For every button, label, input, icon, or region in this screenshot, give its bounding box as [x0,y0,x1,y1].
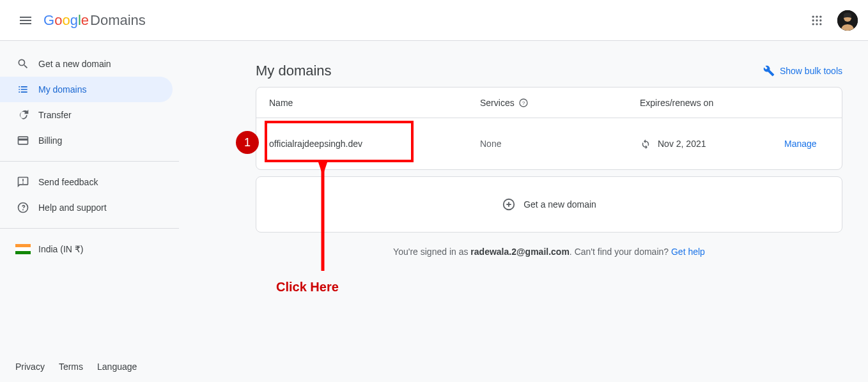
annotation-highlight-rect [265,121,414,162]
avatar-image [837,10,858,31]
manage-link[interactable]: Manage [784,139,829,149]
bulk-tools-button[interactable]: Show bulk tools [763,65,842,77]
signed-in-email: radewala.2@gmail.com [470,247,570,257]
google-apps-button[interactable] [804,8,830,33]
svg-point-3 [812,19,814,21]
sidebar-item-help[interactable]: Help and support [0,195,179,220]
footer-privacy-link[interactable]: Privacy [15,362,45,372]
wrench-icon [763,65,775,77]
sidebar-item-feedback[interactable]: Send feedback [0,169,179,195]
help-icon [15,200,31,215]
sidebar-item-my-domains[interactable]: My domains [0,77,173,102]
logo-google-text: Google [43,12,89,29]
svg-point-6 [812,23,814,25]
transfer-icon [15,107,31,123]
column-header-name: Name [269,98,480,108]
menu-button[interactable] [10,5,41,36]
column-header-expires: Expires/renews on [640,98,784,108]
plus-circle-icon [502,197,516,211]
credit-card-icon [15,133,31,148]
get-help-link[interactable]: Get help [671,247,705,257]
autorenew-icon [640,138,651,149]
country-label: India (IN ₹) [38,244,83,254]
page-title: My domains [256,63,332,79]
country-selector[interactable]: India (IN ₹) [0,236,179,262]
svg-text:?: ? [522,100,525,105]
svg-point-7 [816,23,818,25]
sidebar-divider [0,228,179,229]
svg-point-8 [819,23,821,25]
sidebar-divider [0,161,179,162]
get-new-domain-label: Get a new domain [523,199,596,210]
sidebar-item-label: Help and support [38,202,107,213]
svg-point-2 [819,15,821,17]
logo-product-text: Domains [90,12,146,29]
page-title-row: My domains Show bulk tools [256,63,842,79]
help-circle-icon[interactable]: ? [518,98,529,108]
sidebar-item-label: Billing [38,135,62,146]
sidebar-item-label: Get a new domain [38,59,111,69]
app-header: Google Domains [0,0,868,41]
header-right [804,8,858,33]
annotation-number-badge: 1 [236,131,259,154]
annotation-text: Click Here [276,280,339,294]
svg-point-5 [819,19,821,21]
footer-terms-link[interactable]: Terms [59,362,83,372]
svg-point-0 [812,15,814,17]
domain-expires-cell: Nov 2, 2021 [640,138,784,149]
svg-point-4 [816,19,818,21]
feedback-icon [15,174,31,190]
sidebar-item-label: My domains [38,84,86,95]
search-icon [15,56,31,72]
sidebar-item-label: Send feedback [38,177,98,187]
apps-grid-icon [810,14,823,27]
list-icon [15,82,31,97]
sidebar-item-billing[interactable]: Billing [0,128,179,153]
hamburger-icon [18,13,33,28]
svg-point-1 [816,15,818,17]
annotation-arrow [272,162,348,277]
table-header: Name Services ? Expires/renews on [256,88,842,118]
sidebar-item-transfer[interactable]: Transfer [0,102,179,128]
flag-india-icon [15,244,31,254]
logo[interactable]: Google Domains [43,12,146,29]
footer-language-link[interactable]: Language [97,362,137,372]
domain-services-cell: None [480,139,640,149]
footer-links: Privacy Terms Language [15,362,137,372]
sidebar: Get a new domain My domains Transfer Bil… [0,41,179,382]
user-avatar[interactable] [837,10,858,31]
sidebar-item-get-domain[interactable]: Get a new domain [0,51,179,77]
sidebar-item-label: Transfer [38,110,72,120]
bulk-tools-label: Show bulk tools [780,66,842,76]
column-header-services: Services ? [480,98,640,108]
